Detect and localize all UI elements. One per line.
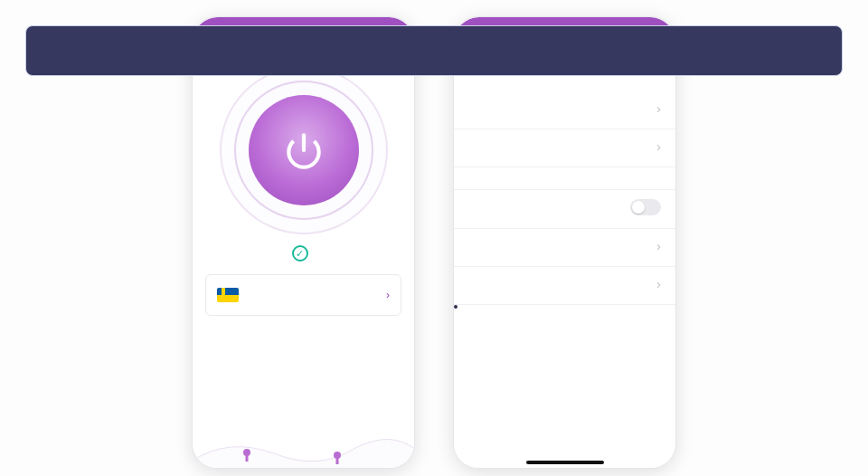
vpn-status: ✓ <box>193 245 414 262</box>
home-indicator <box>526 461 604 464</box>
map-illustration <box>193 417 415 469</box>
svg-rect-3 <box>246 452 249 462</box>
setting-language[interactable]: › <box>454 267 675 305</box>
info-banner <box>25 25 843 76</box>
connect-button[interactable] <box>249 95 359 205</box>
change-server-link[interactable]: › <box>382 289 390 301</box>
setting-stealth-vpn-port[interactable]: › <box>454 229 675 267</box>
setting-vpn-protocol[interactable]: › <box>454 129 675 167</box>
phone-right: › › <box>453 16 676 469</box>
setting-stealth-vpn[interactable] <box>454 190 675 229</box>
svg-rect-5 <box>336 455 339 464</box>
chevron-right-icon: › <box>656 138 661 154</box>
power-icon <box>281 128 326 173</box>
stealth-vpn-toggle[interactable] <box>630 199 661 215</box>
server-selector[interactable]: › <box>205 274 401 316</box>
chevron-right-icon: › <box>656 100 661 116</box>
chevron-right-icon: › <box>656 276 661 291</box>
chevron-right-icon: › <box>386 289 390 301</box>
sweden-flag-icon <box>217 288 239 302</box>
setting-openvpn-encryption[interactable] <box>454 167 675 190</box>
highlight-box <box>454 305 458 309</box>
check-icon: ✓ <box>292 245 308 262</box>
chevron-right-icon: › <box>656 238 661 253</box>
setting-connection-log[interactable]: › <box>454 91 675 129</box>
phone-left: ✓ › <box>192 16 415 469</box>
